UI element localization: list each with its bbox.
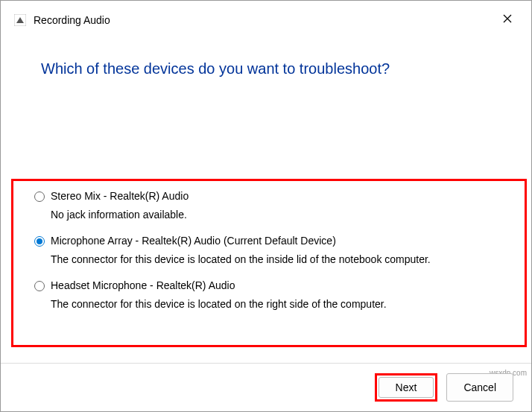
- close-icon: [503, 14, 512, 23]
- next-highlight-box: Next: [375, 373, 438, 402]
- cancel-button[interactable]: Cancel: [446, 373, 513, 402]
- option-label: Microphone Array - Realtek(R) Audio (Cur…: [51, 235, 336, 247]
- option-label: Headset Microphone - Realtek(R) Audio: [51, 279, 235, 291]
- option-microphone-array[interactable]: Microphone Array - Realtek(R) Audio (Cur…: [34, 235, 507, 247]
- dialog-footer: Next Cancel: [1, 363, 531, 411]
- radio-microphone-array[interactable]: [34, 236, 45, 247]
- option-stereo-mix[interactable]: Stereo Mix - Realtek(R) Audio: [34, 190, 507, 202]
- close-button[interactable]: [497, 10, 518, 29]
- option-label: Stereo Mix - Realtek(R) Audio: [51, 190, 189, 202]
- main-heading: Which of these devices do you want to tr…: [1, 26, 531, 77]
- radio-stereo-mix[interactable]: [34, 191, 45, 202]
- option-headset-microphone[interactable]: Headset Microphone - Realtek(R) Audio: [34, 279, 507, 291]
- option-description: The connector for this device is located…: [51, 298, 507, 310]
- recording-audio-icon: [14, 14, 26, 26]
- radio-headset-microphone[interactable]: [34, 281, 45, 291]
- next-button[interactable]: Next: [379, 377, 434, 398]
- option-description: No jack information available.: [51, 209, 507, 221]
- device-options-group: Stereo Mix - Realtek(R) Audio No jack in…: [11, 179, 527, 347]
- dialog-title: Recording Audio: [34, 14, 110, 26]
- option-description: The connector for this device is located…: [51, 253, 507, 265]
- dialog-header: Recording Audio: [1, 1, 531, 26]
